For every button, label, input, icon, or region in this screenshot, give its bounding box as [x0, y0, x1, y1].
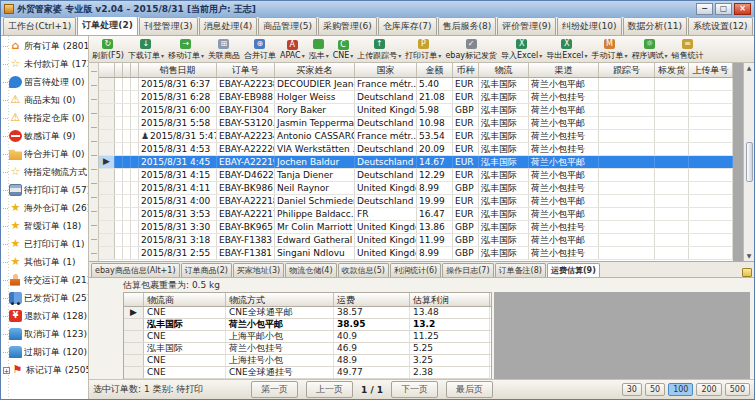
freight-row[interactable]: 泓丰国际荷兰小包挂号46.95.25: [124, 343, 491, 355]
toolbar-hongfeng-button[interactable]: 泓丰▾: [307, 38, 331, 61]
menu-tab-12[interactable]: 系统设置(12): [688, 17, 752, 35]
sidebar-item-pending-dispatch[interactable]: 待交运订单 (21): [3, 271, 88, 289]
toolbar-merge-orders-button[interactable]: ⊕合并订单: [242, 38, 278, 61]
sidebar-item-unpaid-orders[interactable]: ☆未付款订单 (1732): [3, 55, 88, 73]
freight-col-header-2[interactable]: 运费: [334, 293, 410, 306]
menu-tab-1[interactable]: 工作台(Ctrl+1): [3, 17, 76, 35]
freight-col-header-0[interactable]: 物流商: [144, 293, 226, 306]
sidebar-item-expired-orders[interactable]: 过期订单 (120): [3, 343, 88, 361]
last-page-button[interactable]: 最后页: [446, 381, 493, 398]
sidebar-item-pending-merge[interactable]: 待合并订单 (0): [3, 145, 88, 163]
sidebar-item-overseas-orders[interactable]: ★海外仓订单 (26): [3, 199, 88, 217]
freight-col-header-1[interactable]: 物流方式: [226, 293, 334, 306]
menu-tab-8[interactable]: 售后服务(8): [438, 17, 497, 35]
expander-icon[interactable]: +: [3, 367, 10, 374]
freight-row[interactable]: 泓丰国际荷兰小包平邮38.9513.2: [124, 319, 491, 331]
minimize-icon[interactable]: −: [696, 3, 713, 15]
toolbar-cne-button[interactable]: CCNE▾: [331, 39, 356, 60]
sidebar-item-other-orders[interactable]: ★其他订单 (1): [3, 253, 88, 271]
dropdown-caret-icon[interactable]: ▾: [539, 52, 542, 59]
col-header-9[interactable]: 币种: [453, 63, 479, 77]
sidebar-item-all-orders[interactable]: ⌂所有订单 (28010): [3, 37, 88, 55]
dropdown-caret-icon[interactable]: ▾: [438, 52, 441, 59]
col-header-12[interactable]: 跟踪号: [599, 63, 655, 77]
col-header-6[interactable]: 买家姓名: [275, 63, 355, 77]
sidebar-scrollbar[interactable]: [89, 63, 99, 261]
menu-tab-7[interactable]: 仓库库存(7): [378, 17, 437, 35]
page-size-200[interactable]: 200: [696, 383, 721, 396]
freight-row[interactable]: CNE上海平邮小包40.911.25: [124, 331, 491, 343]
sidebar-item-pending-warehouse[interactable]: ⚠待指定仓库 (0): [3, 109, 88, 127]
freight-row[interactable]: ▶CNECNE全球通平邮38.5713.48: [124, 307, 491, 319]
sidebar-item-unknown-items[interactable]: ⚠商品未知 (0): [3, 91, 88, 109]
col-header-3[interactable]: [131, 63, 139, 77]
note-icon[interactable]: [742, 268, 752, 277]
maximize-icon[interactable]: ▢: [715, 3, 732, 15]
freight-row[interactable]: CNE上海挂号小包48.93.25: [124, 355, 491, 367]
dropdown-caret-icon[interactable]: ▾: [398, 52, 401, 59]
menu-tab-5[interactable]: 商品管理(5): [258, 17, 317, 35]
table-row[interactable]: ♟2015/8/31 5:47EBAY-A22234Antonio CASSAR…: [99, 130, 733, 143]
menu-tab-9[interactable]: 评价管理(9): [497, 17, 556, 35]
detail-tab-9[interactable]: 运费估算(9): [547, 263, 600, 277]
toolbar-manual-order-button[interactable]: M手动订单▾: [589, 38, 629, 61]
menu-tab-3[interactable]: 刊登管理(3): [139, 17, 198, 35]
grid-scrollbar[interactable]: ▲ ▼: [743, 63, 754, 261]
detail-tab-8[interactable]: 订单备注(8): [495, 263, 546, 277]
menu-tab-4[interactable]: 消息处理(4): [199, 17, 258, 35]
table-row[interactable]: 2015/8/31 3:18EBAY-F1383Edward GatheralU…: [99, 234, 733, 247]
col-header-8[interactable]: 金额: [417, 63, 453, 77]
dropdown-caret-icon[interactable]: ▾: [584, 52, 587, 59]
sidebar-item-sensitive-orders[interactable]: 敏感订单 (9): [3, 127, 88, 145]
dropdown-caret-icon[interactable]: ▾: [624, 52, 627, 59]
scroll-thumb[interactable]: [746, 142, 753, 182]
scroll-down-icon[interactable]: ▼: [747, 251, 752, 261]
menu-tab-2[interactable]: 订单处理(2): [77, 17, 138, 35]
dropdown-caret-icon[interactable]: ▾: [664, 52, 667, 59]
toolbar-link-items-button[interactable]: ⊞关联商品: [206, 38, 242, 61]
table-row[interactable]: 2015/8/31 4:11EBAY-BK986Neil RaynorUnite…: [99, 182, 733, 195]
col-header-0[interactable]: [99, 63, 115, 77]
dropdown-caret-icon[interactable]: ▾: [326, 52, 329, 59]
table-row[interactable]: ▶2015/8/31 4:45EBAY-A22219Jochen BaldurD…: [99, 156, 733, 169]
table-row[interactable]: 2015/8/31 4:15EBAY-D4622Tanja DienerDeut…: [99, 169, 733, 182]
col-header-11[interactable]: 渠道: [529, 63, 599, 77]
dropdown-caret-icon[interactable]: ▾: [201, 52, 204, 59]
detail-tab-5[interactable]: 收款信息(5): [338, 263, 389, 277]
table-row[interactable]: 2015/8/31 4:00EBAY-A22218Daniel Schmiede…: [99, 195, 733, 208]
table-row[interactable]: 2015/8/31 4:53EBAY-A22220VIA Werkstätten…: [99, 143, 733, 156]
sidebar-item-printed-orders[interactable]: ★已打印订单 (1): [3, 235, 88, 253]
detail-tab-4[interactable]: 物流仓储(4): [285, 263, 336, 277]
sidebar-item-cancelled-orders[interactable]: 取消订单 (123): [3, 325, 88, 343]
toolbar-export-excel-button[interactable]: X导出Excel▾: [544, 38, 589, 61]
close-icon[interactable]: ×: [734, 3, 751, 15]
prev-page-button[interactable]: 上一页: [306, 381, 353, 398]
table-row[interactable]: 2015/8/31 6:37EBAY-A22238DECOUDIER Jean-…: [99, 78, 733, 91]
toolbar-move-orders-button[interactable]: →移动订单▾: [166, 38, 206, 61]
toolbar-print-orders-button[interactable]: P打印订单▾: [403, 38, 443, 61]
table-row[interactable]: 2015/8/31 6:28EBAY-EB988Holger WeissDeut…: [99, 91, 733, 104]
next-page-button[interactable]: 下一页: [391, 381, 438, 398]
page-size-100[interactable]: 100: [668, 383, 693, 396]
col-header-10[interactable]: 物流: [479, 63, 529, 77]
sidebar-item-pending-logistics[interactable]: ☆待指定物流方式 (0): [3, 163, 88, 181]
first-page-button[interactable]: 第一页: [251, 381, 298, 398]
freight-row[interactable]: CNECNE全球通挂号49.772.38: [124, 367, 491, 379]
sidebar-item-shipped-orders[interactable]: 已发货订单 (25107): [3, 289, 88, 307]
col-header-7[interactable]: 国家: [355, 63, 417, 77]
detail-tab-7[interactable]: 操作日志(7): [442, 263, 493, 277]
detail-tab-3[interactable]: 买家地址(3): [233, 263, 284, 277]
menu-tab-6[interactable]: 采购管理(6): [318, 17, 377, 35]
sidebar-item-pending-messages[interactable]: 留言待处理 (0): [3, 73, 88, 91]
table-row[interactable]: 2015/8/31 5:58EBAY-S3120...Jasmin Tepper…: [99, 117, 733, 130]
detail-tab-6[interactable]: 利润统计(6): [390, 263, 441, 277]
col-header-14[interactable]: 上传单号: [689, 63, 733, 77]
table-row[interactable]: 2015/8/31 3:30EBAY-BK965Mr Colin Marriot…: [99, 221, 733, 234]
toolbar-debug-button[interactable]: ☼程序调试▾: [629, 38, 669, 61]
detail-tab-1[interactable]: ebay商品信息(Alt+1): [91, 263, 180, 277]
toolbar-ebay-mark-shipped-button[interactable]: ✓ebay标记发货: [443, 38, 499, 61]
sidebar-item-refund-orders[interactable]: ¥退款订单 (128): [3, 307, 88, 325]
freight-col-header-3[interactable]: 估算利润: [410, 293, 490, 306]
col-header-1[interactable]: [115, 63, 123, 77]
toolbar-upload-tracking-button[interactable]: ↑上传跟踪号▾: [355, 38, 403, 61]
